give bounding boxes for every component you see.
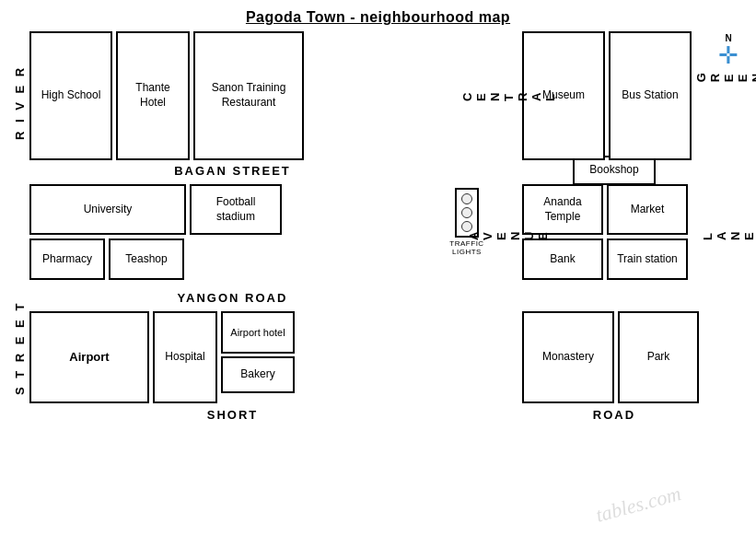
short-label: SHORT [29,408,436,422]
traffic-lights-label: TRAFFIC LIGHTS [439,239,494,256]
football-stadium-block: Football stadium [190,184,282,235]
road-label: ROAD [522,408,706,422]
bakery-block: Bakery [221,356,295,393]
ananda-temple-block: Ananda Temple [522,184,603,235]
green-label-top: GREEN [694,71,757,82]
pharmacy-block: Pharmacy [29,238,105,280]
bank-block: Bank [522,238,603,280]
airport-block: Airport [29,311,149,403]
yangon-road-label: YANGON ROAD [29,291,436,305]
thante-hotel-block: Thante Hotel [116,31,190,160]
hospital-block: Hospital [153,311,217,403]
high-school-block: High School [29,31,112,160]
park-block: Park [618,311,699,403]
street-label-left: S T R E E T [9,174,29,522]
tl-dot-1 [461,193,472,204]
tl-dot-2 [461,207,472,218]
green-lane-mid: LANE [710,184,747,285]
bus-station-block: Bus Station [609,31,692,160]
bagan-street-label: BAGAN STREET [29,164,436,178]
university-block: University [29,184,186,235]
teashop-block: Teashop [109,238,184,280]
river-label: R I V E R [9,31,29,174]
market-block: Market [607,184,688,235]
compass-icon: ✛ [718,43,739,67]
monastery-block: Monastery [522,311,614,403]
page-title: Pagoda Town - neighbourhood map [9,9,747,26]
train-station-block: Train station [607,238,688,280]
central-mid: AVENUE [498,184,518,285]
airport-hotel-block: Airport hotel [221,311,295,354]
central-top: CENTRAL [498,31,518,160]
page: Pagoda Town - neighbourhood map R I V E … [0,0,756,535]
sanon-training-block: Sanon Training Restaurant [193,31,304,160]
